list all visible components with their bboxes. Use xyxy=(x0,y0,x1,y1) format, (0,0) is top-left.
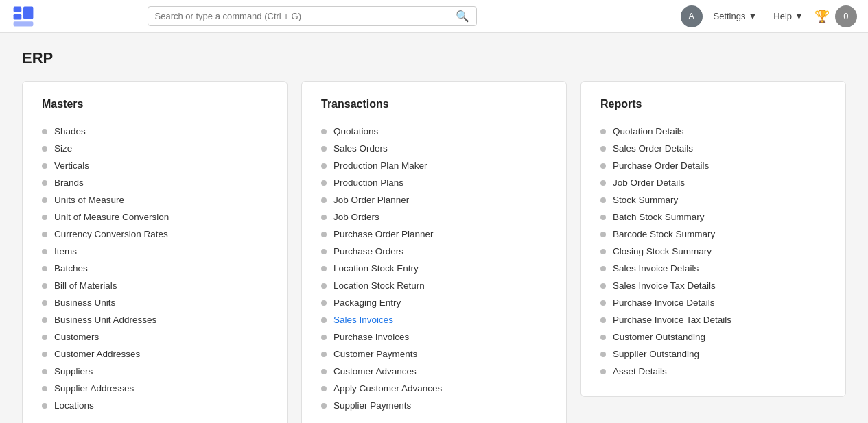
list-item-link[interactable]: Quotation Details xyxy=(613,126,684,136)
list-item-link[interactable]: Apply Customer Advances xyxy=(333,383,442,394)
transactions-heading: Transactions xyxy=(321,98,547,110)
list-item: Location Stock Entry xyxy=(321,260,547,277)
list-item-link[interactable]: Job Order Planner xyxy=(333,195,409,205)
list-item-link[interactable]: Sales Order Details xyxy=(613,143,693,154)
trophy-icon: 🏆 xyxy=(814,9,830,24)
list-item-link[interactable]: Business Unit Addresses xyxy=(54,315,156,325)
list-dot xyxy=(321,129,327,134)
reports-heading: Reports xyxy=(600,98,826,110)
list-dot xyxy=(321,232,327,237)
list-item-link[interactable]: Batches xyxy=(54,263,88,274)
list-item-link[interactable]: Stock Summary xyxy=(613,195,678,205)
list-item: Business Units xyxy=(42,294,268,311)
list-item-link[interactable]: Purchase Invoice Tax Details xyxy=(613,315,731,325)
list-dot xyxy=(600,197,606,203)
list-item-link[interactable]: Customer Advances xyxy=(333,366,417,376)
list-item: Sales Order Details xyxy=(600,140,826,157)
list-item-link[interactable]: Sales Invoice Tax Details xyxy=(613,280,716,291)
list-item: Customer Addresses xyxy=(42,346,268,363)
list-item-link[interactable]: Supplier Addresses xyxy=(54,383,134,394)
list-item-link[interactable]: Location Stock Entry xyxy=(333,263,419,274)
list-item: Currency Conversion Rates xyxy=(42,226,268,243)
list-dot xyxy=(42,197,47,203)
list-item-link[interactable]: Asset Details xyxy=(613,366,667,376)
list-item: Barcode Stock Summary xyxy=(600,226,826,243)
list-item: Sales Orders xyxy=(321,140,547,157)
list-dot xyxy=(321,403,327,409)
help-button[interactable]: Help ▼ xyxy=(768,8,809,24)
list-item-link[interactable]: Unit of Measure Conversion xyxy=(54,212,169,222)
search-input[interactable] xyxy=(155,11,456,21)
list-item-link[interactable]: Purchase Invoices xyxy=(333,332,409,342)
list-item-link[interactable]: Locations xyxy=(54,400,94,411)
list-item-link[interactable]: Location Stock Return xyxy=(333,280,425,291)
list-dot xyxy=(600,232,606,237)
list-item: Stock Summary xyxy=(600,191,826,208)
transactions-list: QuotationsSales OrdersProduction Plan Ma… xyxy=(321,123,547,414)
list-item-link[interactable]: Units of Measure xyxy=(54,195,124,205)
list-item-link[interactable]: Shades xyxy=(54,126,86,136)
list-dot xyxy=(42,129,47,134)
list-item: Locations xyxy=(42,397,268,414)
list-item-link[interactable]: Suppliers xyxy=(54,366,93,376)
list-item-link[interactable]: Sales Invoices xyxy=(333,315,393,325)
list-item-link[interactable]: Business Units xyxy=(54,298,115,308)
list-item-link[interactable]: Job Order Details xyxy=(613,178,685,188)
list-item-link[interactable]: Items xyxy=(54,246,77,256)
svg-rect-3 xyxy=(14,21,34,26)
list-item-link[interactable]: Customer Addresses xyxy=(54,349,140,359)
list-item-link[interactable]: Job Orders xyxy=(333,212,379,222)
list-item-link[interactable]: Size xyxy=(54,143,72,154)
list-item: Shades xyxy=(42,123,268,140)
list-item: Supplier Outstanding xyxy=(600,346,826,363)
list-item-link[interactable]: Customers xyxy=(54,332,99,342)
notifications-button[interactable]: 0 xyxy=(835,5,857,27)
list-item: Job Order Planner xyxy=(321,191,547,208)
list-item-link[interactable]: Currency Conversion Rates xyxy=(54,229,168,239)
list-dot xyxy=(600,352,606,357)
list-item-link[interactable]: Sales Invoice Details xyxy=(613,263,699,274)
list-dot xyxy=(42,317,47,323)
list-dot xyxy=(321,180,327,186)
settings-button[interactable]: Settings ▼ xyxy=(708,8,763,24)
cards-row: Masters ShadesSizeVerticalsBrandsUnits o… xyxy=(22,81,846,423)
logo[interactable] xyxy=(11,4,36,29)
list-dot xyxy=(321,215,327,220)
list-item-link[interactable]: Brands xyxy=(54,178,84,188)
list-dot xyxy=(600,266,606,271)
list-item-link[interactable]: Production Plans xyxy=(333,178,403,188)
list-item-link[interactable]: Purchase Order Details xyxy=(613,160,709,171)
list-item-link[interactable]: Supplier Outstanding xyxy=(613,349,699,359)
list-item: Batches xyxy=(42,260,268,277)
list-item: Purchase Orders xyxy=(321,243,547,260)
list-dot xyxy=(42,215,47,220)
list-item: Customers xyxy=(42,328,268,346)
list-item-link[interactable]: Purchase Orders xyxy=(333,246,403,256)
list-item-link[interactable]: Closing Stock Summary xyxy=(613,246,712,256)
list-dot xyxy=(42,249,47,254)
user-avatar[interactable]: A xyxy=(681,5,703,27)
list-dot xyxy=(42,403,47,409)
list-item-link[interactable]: Barcode Stock Summary xyxy=(613,229,715,239)
list-item-link[interactable]: Batch Stock Summary xyxy=(613,212,705,222)
list-item: Purchase Order Planner xyxy=(321,226,547,243)
list-item: Sales Invoice Details xyxy=(600,260,826,277)
list-item-link[interactable]: Verticals xyxy=(54,160,89,171)
list-dot xyxy=(600,283,606,289)
list-item-link[interactable]: Purchase Invoice Details xyxy=(613,298,715,308)
list-dot xyxy=(600,146,606,152)
list-item-link[interactable]: Customer Payments xyxy=(333,349,417,359)
list-item-link[interactable]: Sales Orders xyxy=(333,143,388,154)
list-item-link[interactable]: Production Plan Maker xyxy=(333,160,427,171)
search-button[interactable]: 🔍 xyxy=(456,10,469,23)
list-item-link[interactable]: Purchase Order Planner xyxy=(333,229,434,239)
list-item-link[interactable]: Supplier Payments xyxy=(333,400,411,411)
masters-card: Masters ShadesSizeVerticalsBrandsUnits o… xyxy=(22,81,288,423)
list-item-link[interactable]: Quotations xyxy=(333,126,378,136)
list-item-link[interactable]: Bill of Materials xyxy=(54,280,117,291)
list-item: Suppliers xyxy=(42,363,268,380)
list-item: Quotation Details xyxy=(600,123,826,140)
list-item-link[interactable]: Customer Outstanding xyxy=(613,332,705,342)
list-item-link[interactable]: Packaging Entry xyxy=(333,298,401,308)
list-item: Location Stock Return xyxy=(321,277,547,294)
